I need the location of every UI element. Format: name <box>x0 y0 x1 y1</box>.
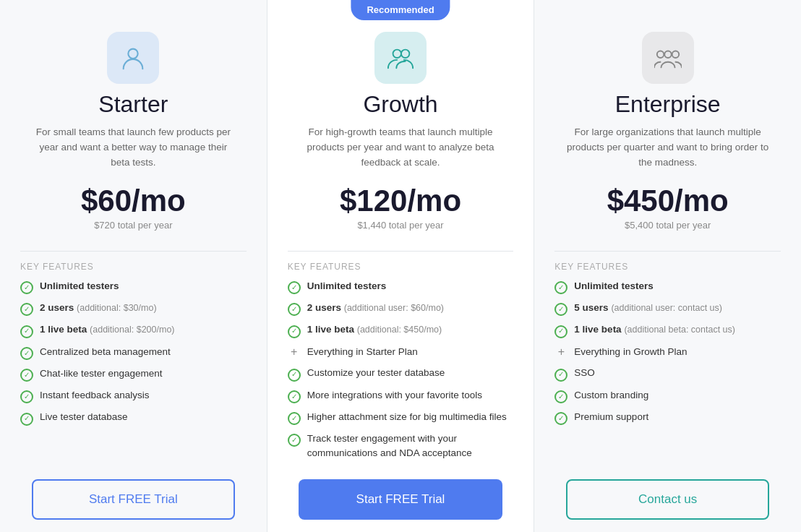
check-icon: ✓ <box>554 280 567 294</box>
feature-text: Everything in Starter Plan <box>307 345 418 359</box>
list-item: ✓Centralized beta management <box>20 345 247 360</box>
growth-price-sub: $1,440 total per year <box>357 220 443 231</box>
growth-features-list: ✓Unlimited testers✓2 users (additional u… <box>288 279 514 467</box>
plan-card-starter: StarterFor small teams that launch few p… <box>0 0 267 532</box>
plan-card-growth: Recommended GrowthFor high-growth teams … <box>267 0 534 532</box>
feature-text: 2 users (additional user: $60/mo) <box>307 301 444 315</box>
list-item: +Everything in Growth Plan <box>554 345 781 360</box>
check-icon: ✓ <box>20 323 33 338</box>
starter-description: For small teams that launch few products… <box>32 125 234 171</box>
check-icon: ✓ <box>288 323 301 338</box>
plan-card-enterprise: EnterpriseFor large organizations that l… <box>534 0 801 532</box>
feature-text: Higher attachment size for big multimedi… <box>307 410 507 424</box>
feature-text: Everything in Growth Plan <box>574 345 687 359</box>
enterprise-name: Enterprise <box>615 91 721 118</box>
list-item: ✓Custom branding <box>554 388 781 403</box>
enterprise-price: $450/mo <box>607 184 729 218</box>
growth-icon <box>374 32 427 84</box>
starter-divider <box>20 251 247 252</box>
check-icon: ✓ <box>554 301 567 316</box>
enterprise-description: For large organizations that launch mult… <box>567 125 769 171</box>
list-item: ✓SSO <box>554 366 781 381</box>
list-item: ✓2 users (additional: $30/mo) <box>20 301 247 316</box>
list-item: ✓2 users (additional user: $60/mo) <box>288 301 514 316</box>
starter-price: $60/mo <box>81 184 186 218</box>
check-icon: ✓ <box>20 301 33 316</box>
feature-text: Unlimited testers <box>40 279 119 293</box>
feature-text: Unlimited testers <box>307 279 387 293</box>
svg-rect-4 <box>664 51 672 59</box>
feature-text: 5 users (additional user: contact us) <box>574 301 722 315</box>
check-icon: ✓ <box>20 411 33 425</box>
list-item: ✓1 live beta (additional beta: contact u… <box>554 322 781 338</box>
feature-text: Chat-like tester engagement <box>40 366 163 381</box>
check-icon: ✓ <box>288 389 301 403</box>
list-item: ✓Unlimited testers <box>554 279 781 294</box>
enterprise-cta-button[interactable]: Contact us <box>566 479 769 520</box>
starter-price-sub: $720 total per year <box>94 220 172 231</box>
feature-text: 1 live beta (additional: $200/mo) <box>40 322 175 337</box>
list-item: ✓Higher attachment size for big multimed… <box>288 410 514 425</box>
starter-features-label: Key features <box>20 262 94 272</box>
growth-name: Growth <box>363 91 437 118</box>
svg-point-2 <box>401 50 409 58</box>
check-icon: ✓ <box>20 389 33 403</box>
check-icon: ✓ <box>288 301 301 316</box>
enterprise-cta-container: Contact us <box>554 466 781 520</box>
list-item: ✓Chat-like tester engagement <box>20 366 247 382</box>
enterprise-features-list: ✓Unlimited testers✓5 users (additional u… <box>554 279 781 467</box>
enterprise-icon <box>642 32 694 84</box>
feature-text: Premium support <box>574 410 648 424</box>
check-icon: ✓ <box>20 346 33 360</box>
list-item: ✓Live tester database <box>20 410 247 425</box>
feature-text: 1 live beta (additional: $450/mo) <box>307 322 442 337</box>
growth-features-label: Key features <box>288 262 361 272</box>
plus-icon: + <box>288 346 301 360</box>
list-item: ✓Unlimited testers <box>288 279 514 294</box>
feature-text: Unlimited testers <box>574 279 654 293</box>
check-icon: ✓ <box>20 367 33 382</box>
list-item: ✓5 users (additional user: contact us) <box>554 301 781 316</box>
list-item: +Everything in Starter Plan <box>288 345 514 360</box>
check-icon: ✓ <box>20 280 33 294</box>
pricing-container: StarterFor small teams that launch few p… <box>0 0 801 532</box>
enterprise-divider <box>554 251 781 252</box>
check-icon: ✓ <box>554 323 567 338</box>
list-item: ✓Instant feedback analysis <box>20 388 247 403</box>
list-item: ✓Customize your tester database <box>288 366 514 381</box>
svg-rect-3 <box>656 51 664 59</box>
recommended-badge: Recommended <box>351 0 450 20</box>
starter-features-list: ✓Unlimited testers✓2 users (additional: … <box>20 279 247 467</box>
growth-cta-container: Start FREE Trial <box>288 466 514 520</box>
enterprise-price-sub: $5,400 total per year <box>625 220 711 231</box>
growth-divider <box>288 251 514 252</box>
feature-text: SSO <box>574 366 595 380</box>
list-item: ✓Premium support <box>554 410 781 425</box>
growth-cta-button[interactable]: Start FREE Trial <box>299 479 502 520</box>
feature-text: Custom branding <box>574 388 648 403</box>
check-icon: ✓ <box>554 411 567 425</box>
check-icon: ✓ <box>288 432 301 447</box>
feature-text: More integrations with your favorite too… <box>307 388 482 403</box>
check-icon: ✓ <box>554 366 567 381</box>
feature-text: Centralized beta management <box>40 345 171 359</box>
check-icon: ✓ <box>288 366 301 381</box>
feature-text: Live tester database <box>40 410 128 424</box>
svg-point-0 <box>129 49 138 59</box>
svg-rect-5 <box>672 51 679 59</box>
svg-point-1 <box>393 50 401 58</box>
list-item: ✓1 live beta (additional: $200/mo) <box>20 322 247 338</box>
starter-name: Starter <box>98 91 168 118</box>
starter-cta-button[interactable]: Start FREE Trial <box>32 479 235 520</box>
list-item: ✓More integrations with your favorite to… <box>288 388 514 403</box>
list-item: ✓Unlimited testers <box>20 279 247 294</box>
list-item: ✓Track tester engagement with your commu… <box>288 432 514 460</box>
check-icon: ✓ <box>554 389 567 403</box>
starter-cta-container: Start FREE Trial <box>20 466 247 520</box>
growth-price: $120/mo <box>340 184 461 218</box>
feature-text: Customize your tester database <box>307 366 445 380</box>
plus-icon: + <box>554 346 567 360</box>
enterprise-features-label: Key features <box>554 262 628 272</box>
growth-description: For high-growth teams that launch multip… <box>299 125 502 171</box>
check-icon: ✓ <box>288 280 301 294</box>
